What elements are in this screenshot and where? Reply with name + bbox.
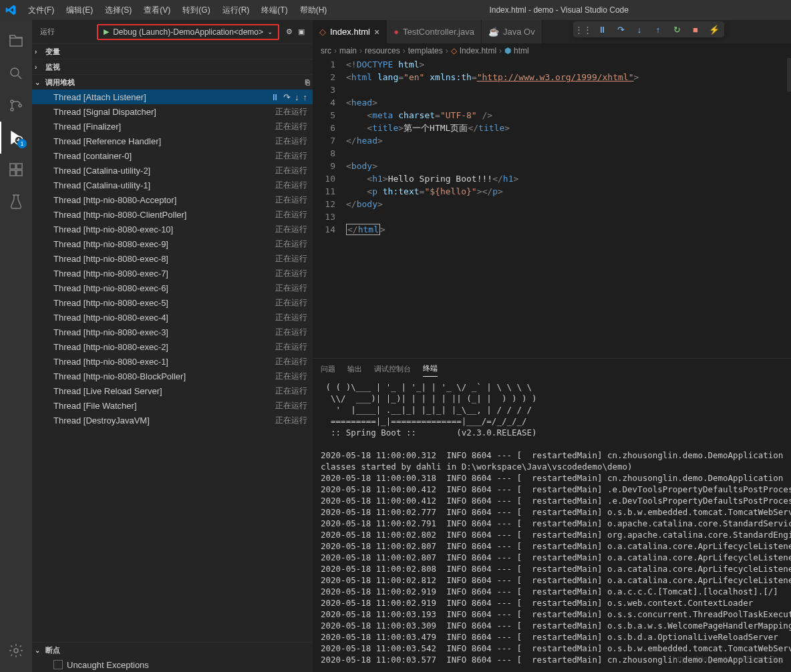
panel-tab[interactable]: 调试控制台	[374, 361, 411, 377]
minimap[interactable]	[787, 58, 791, 92]
editor-tab[interactable]: ◇Index.html×	[313, 20, 387, 43]
step-out-icon[interactable]: ↑	[303, 92, 308, 102]
step-over-icon[interactable]: ↷	[615, 23, 627, 35]
watch-section[interactable]: ›监视	[32, 59, 313, 74]
variables-section[interactable]: ›变量	[32, 44, 313, 59]
thread-item[interactable]: Thread [Catalina-utility-1]正在运行	[32, 178, 313, 192]
config-gear-icon[interactable]: ⚙	[286, 27, 293, 36]
thread-item[interactable]: Thread [http-nio-8080-exec-5]正在运行	[32, 295, 313, 310]
thread-item[interactable]: Thread [http-nio-8080-exec-4]正在运行	[32, 310, 313, 325]
thread-item[interactable]: Thread [http-nio-8080-ClientPoller]正在运行	[32, 207, 313, 222]
stop-icon[interactable]: ■	[689, 23, 701, 35]
thread-item[interactable]: Thread [http-nio-8080-exec-7]正在运行	[32, 266, 313, 281]
sidebar-header: 运行 ▶ Debug (Launch)-DemoApplication<demo…	[32, 20, 313, 43]
explorer-icon[interactable]	[0, 25, 32, 57]
restart-icon[interactable]: ↻	[671, 23, 683, 35]
source-control-icon[interactable]	[0, 90, 32, 122]
thread-item[interactable]: Thread [Catalina-utility-2]正在运行	[32, 163, 313, 178]
thread-item[interactable]: Thread [Finalizer]正在运行	[32, 119, 313, 134]
thread-item[interactable]: Thread [Signal Dispatcher]正在运行	[32, 104, 313, 119]
pause-icon[interactable]: ⏸	[271, 92, 279, 102]
panel-tabs: 问题输出调试控制台终端	[313, 359, 791, 379]
panel: 问题输出调试控制台终端 ( ( )\___ | '_ | '_| | '_ \/…	[313, 358, 791, 672]
menu-item[interactable]: 转到(G)	[177, 2, 215, 19]
editor-area: ◇Index.html×●TestController.java☕Java Ov…	[313, 20, 791, 672]
debug-console-icon[interactable]: ▣	[298, 27, 305, 36]
pause-icon[interactable]: ⏸	[596, 23, 608, 35]
copy-icon[interactable]: ⎘	[305, 78, 310, 86]
thread-item[interactable]: Thread [container-0]正在运行	[32, 148, 313, 163]
thread-list: Thread [Attach Listener]⏸↷↓↑Thread [Sign…	[32, 90, 313, 428]
testing-icon[interactable]	[0, 186, 32, 218]
config-name: Debug (Launch)-DemoApplication<demo>	[113, 27, 263, 37]
search-icon[interactable]	[0, 57, 32, 90]
code-content[interactable]: <!DOCTYPE html> <html lang="en" xmlns:th…	[346, 58, 791, 358]
java-cup-icon: ☕	[488, 27, 499, 37]
thread-item[interactable]: Thread [http-nio-8080-exec-6]正在运行	[32, 281, 313, 295]
java-icon: ●	[393, 27, 399, 37]
breadcrumb[interactable]: src›main›resources›templates›◇ Index.htm…	[313, 43, 791, 58]
hot-reload-icon[interactable]: ⚡	[708, 23, 720, 35]
vscode-logo-icon	[5, 5, 16, 15]
thread-item[interactable]: Thread [http-nio-8080-exec-8]正在运行	[32, 251, 313, 266]
menu-item[interactable]: 帮助(H)	[295, 2, 333, 19]
chevron-right-icon: ›	[35, 48, 43, 55]
menu-item[interactable]: 运行(R)	[217, 2, 255, 19]
code-editor[interactable]: 1234567891011121314 <!DOCTYPE html> <htm…	[313, 58, 791, 358]
line-gutter: 1234567891011121314	[313, 58, 346, 358]
window-title: Index.html - demo - Visual Studio Code	[332, 5, 786, 15]
html-icon: ◇	[319, 27, 326, 37]
step-into-icon[interactable]: ↓	[633, 23, 645, 35]
thread-item[interactable]: Thread [http-nio-8080-exec-9]正在运行	[32, 236, 313, 251]
sidebar: 运行 ▶ Debug (Launch)-DemoApplication<demo…	[32, 20, 313, 672]
thread-item[interactable]: Thread [http-nio-8080-exec-3]正在运行	[32, 325, 313, 339]
menu-item[interactable]: 查看(V)	[138, 2, 176, 19]
extensions-icon[interactable]	[0, 154, 32, 186]
thread-item[interactable]: Thread [http-nio-8080-Acceptor]正在运行	[32, 192, 313, 207]
terminal-output[interactable]: ( ( )\___ | '_ | '_| | '_ \/ _` | \ \ \ …	[313, 379, 791, 672]
titlebar: 文件(F)编辑(E)选择(S)查看(V)转到(G)运行(R)终端(T)帮助(H)…	[0, 0, 791, 20]
close-icon[interactable]: ×	[374, 27, 379, 37]
svg-point-2	[11, 108, 13, 111]
thread-item[interactable]: Thread [Live Reload Server]正在运行	[32, 383, 313, 398]
editor-tab[interactable]: ☕Java Ov	[482, 20, 542, 43]
svg-rect-5	[10, 164, 15, 169]
drag-handle-icon[interactable]: ⋮⋮	[577, 23, 589, 35]
svg-rect-7	[10, 170, 15, 176]
breakpoint-item[interactable]: Uncaught Exceptions	[32, 657, 313, 672]
chevron-down-icon: ⌄	[267, 28, 273, 35]
panel-tab[interactable]: 终端	[423, 361, 438, 377]
thread-item[interactable]: Thread [http-nio-8080-exec-10]正在运行	[32, 222, 313, 236]
thread-item[interactable]: Thread [http-nio-8080-BlockPoller]正在运行	[32, 369, 313, 383]
debug-badge: 1	[17, 139, 27, 148]
chevron-down-icon: ⌄	[35, 79, 43, 86]
svg-point-3	[19, 104, 21, 107]
callstack-section[interactable]: ⌄调用堆栈⎘	[32, 75, 313, 90]
menu-item[interactable]: 终端(T)	[256, 2, 293, 19]
breakpoints-section[interactable]: ⌄断点	[32, 643, 313, 657]
thread-item[interactable]: Thread [Attach Listener]⏸↷↓↑	[32, 90, 313, 104]
step-over-icon[interactable]: ↷	[283, 92, 291, 102]
step-out-icon[interactable]: ↑	[652, 23, 664, 35]
menu-item[interactable]: 文件(F)	[23, 2, 59, 19]
run-debug-icon[interactable]: 1	[0, 122, 32, 154]
panel-tab[interactable]: 问题	[321, 361, 335, 377]
svg-rect-8	[17, 170, 22, 176]
settings-gear-icon[interactable]	[0, 635, 32, 667]
thread-item[interactable]: Thread [File Watcher]正在运行	[32, 398, 313, 413]
debug-toolbar: ⋮⋮ ⏸ ↷ ↓ ↑ ↻ ■ ⚡	[573, 21, 724, 37]
tabs-row: ◇Index.html×●TestController.java☕Java Ov…	[313, 20, 791, 43]
sidebar-title: 运行	[40, 27, 55, 37]
run-config-selector[interactable]: ▶ Debug (Launch)-DemoApplication<demo> ⌄	[97, 24, 279, 40]
chevron-right-icon: ›	[35, 63, 43, 71]
editor-tab[interactable]: ●TestController.java	[387, 20, 482, 43]
checkbox-icon[interactable]	[53, 660, 63, 669]
thread-item[interactable]: Thread [http-nio-8080-exec-1]正在运行	[32, 354, 313, 369]
panel-tab[interactable]: 输出	[347, 361, 362, 377]
thread-item[interactable]: Thread [DestroyJavaVM]正在运行	[32, 413, 313, 428]
menu-item[interactable]: 编辑(E)	[61, 2, 98, 19]
thread-item[interactable]: Thread [Reference Handler]正在运行	[32, 134, 313, 148]
thread-item[interactable]: Thread [http-nio-8080-exec-2]正在运行	[32, 339, 313, 354]
menu-item[interactable]: 选择(S)	[100, 2, 137, 19]
step-into-icon[interactable]: ↓	[295, 92, 299, 102]
